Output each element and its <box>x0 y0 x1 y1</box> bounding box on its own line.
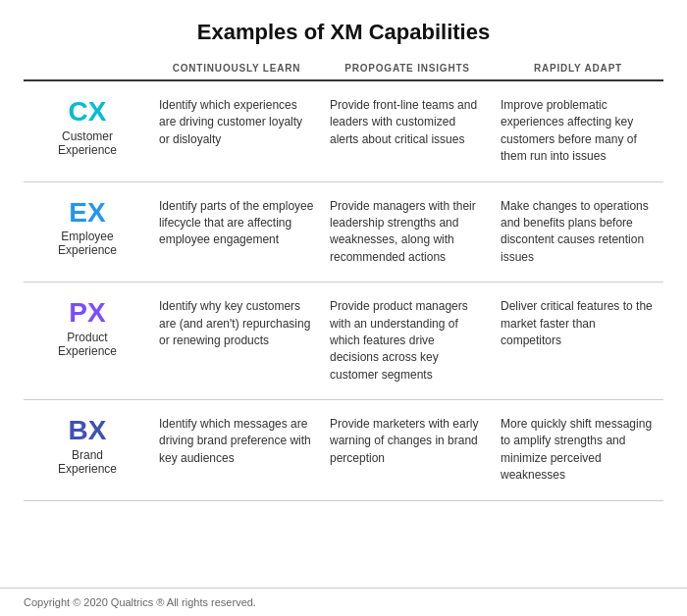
px-adapt: Deliver critical features to the market … <box>493 294 663 353</box>
footer: Copyright © 2020 Qualtrics ® All rights … <box>0 588 687 616</box>
px-learn: Identify why key customers are (and aren… <box>151 294 322 353</box>
bx-name: BrandExperience <box>58 448 117 476</box>
main-content: Examples of XM Capabilities Continuously… <box>0 0 687 588</box>
table-header: Continuously Learn Propogate Insights Ra… <box>24 63 663 81</box>
bx-adapt: More quickly shift messaging to amplify … <box>493 412 663 488</box>
px-name: ProductExperience <box>58 331 117 358</box>
cx-adapt: Improve problematic experiences affectin… <box>493 93 663 170</box>
px-label: PX <box>69 298 105 329</box>
ex-label: EX <box>69 198 105 229</box>
cx-name: CustomerExperience <box>58 129 117 157</box>
cx-label: CX <box>69 97 107 128</box>
px-propogate: Provide product managers with an underst… <box>322 294 493 387</box>
page-title: Examples of XM Capabilities <box>24 20 663 45</box>
ex-propogate: Provide managers with their leadership s… <box>322 194 493 271</box>
experience-cell-cx: CX CustomerExperience <box>24 93 151 161</box>
experience-cell-ex: EX EmployeeExperience <box>24 194 151 262</box>
header-continuously-learn: Continuously Learn <box>151 63 322 74</box>
table-row-ex: EX EmployeeExperience Identify parts of … <box>24 182 663 283</box>
experience-cell-px: PX ProductExperience <box>24 294 151 362</box>
table-row-bx: BX BrandExperience Identify which messag… <box>24 400 663 501</box>
cx-propogate: Provide front-line teams and leaders wit… <box>322 93 493 152</box>
table-body: CX CustomerExperience Identify which exp… <box>24 81 663 501</box>
cx-learn: Identify which experiences are driving c… <box>151 93 322 152</box>
header-propogate-insights: Propogate Insights <box>322 63 493 74</box>
bx-propogate: Provide marketers with early warning of … <box>322 412 493 471</box>
experience-cell-bx: BX BrandExperience <box>24 412 151 480</box>
footer-text: Copyright © 2020 Qualtrics ® All rights … <box>24 596 256 608</box>
table-row-px: PX ProductExperience Identify why key cu… <box>24 282 663 400</box>
ex-adapt: Make changes to operations and benefits … <box>493 194 663 271</box>
capabilities-table: Continuously Learn Propogate Insights Ra… <box>24 63 663 501</box>
header-rapidly-adapt: Rapidly Adapt <box>493 63 663 74</box>
ex-name: EmployeeExperience <box>58 230 117 257</box>
table-row-cx: CX CustomerExperience Identify which exp… <box>24 81 663 182</box>
ex-learn: Identify parts of the employee lifecycle… <box>151 194 322 253</box>
bx-learn: Identify which messages are driving bran… <box>151 412 322 471</box>
bx-label: BX <box>69 416 107 446</box>
